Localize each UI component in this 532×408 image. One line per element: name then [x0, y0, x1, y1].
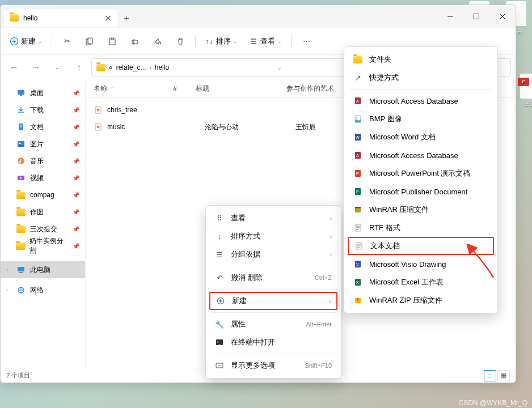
folder-icon — [353, 56, 362, 63]
undo-icon: ↶ — [215, 273, 224, 282]
new-shortcut[interactable]: ↗快捷方式 — [348, 69, 494, 87]
maximize-button[interactable] — [463, 5, 489, 28]
minimize-button[interactable] — [437, 5, 463, 28]
scissors-icon: ✂ — [62, 37, 71, 46]
chevron-right-icon: › — [330, 252, 332, 258]
up-button[interactable]: ↑ — [70, 58, 88, 76]
cut-button[interactable]: ✂ — [57, 32, 77, 50]
sidebar-item-music[interactable]: 音乐📌 — [1, 152, 85, 169]
svg-text:X: X — [356, 280, 359, 284]
download-icon — [16, 105, 26, 114]
share-icon — [153, 37, 162, 46]
tab-title: hello — [23, 14, 99, 22]
sidebar-item-desktop[interactable]: 桌面📌 — [1, 84, 85, 101]
column-title[interactable]: 标题 — [196, 84, 286, 94]
svg-text:P: P — [356, 172, 359, 176]
back-button[interactable]: ← — [5, 58, 23, 76]
recent-button[interactable]: ⌄ — [48, 58, 66, 76]
svg-rect-17 — [20, 95, 22, 96]
new-zip[interactable]: WinRAR ZIP 压缩文件 — [348, 291, 494, 309]
new-tab-button[interactable]: ＋ — [117, 9, 136, 27]
sidebar-item-cow[interactable]: 奶牛实例分割📌 — [1, 237, 85, 254]
group-icon: ☰ — [215, 250, 224, 259]
sidebar-item-videos[interactable]: 视频📌 — [1, 169, 85, 186]
new-rtf[interactable]: RTF 格式 — [348, 219, 494, 237]
sidebar-item-network[interactable]: ›网络 — [1, 282, 85, 299]
ctx-group[interactable]: ☰分组依据› — [209, 245, 337, 264]
delete-button[interactable] — [170, 32, 191, 50]
more-button[interactable]: ⋯ — [296, 32, 316, 50]
ctx-properties[interactable]: 🔧属性Alt+Enter — [209, 315, 337, 333]
new-folder[interactable]: 文件夹 — [348, 50, 494, 69]
view-toggle: ≡ ▦ — [484, 370, 510, 381]
new-button[interactable]: 新建 ⌄ — [5, 32, 47, 50]
new-text-document[interactable]: 文本文档 — [348, 237, 494, 255]
breadcrumb-item[interactable]: hello — [155, 63, 169, 71]
ctx-terminal[interactable]: ›_在终端中打开 — [209, 333, 337, 351]
ctx-more-options[interactable]: ⋯显示更多选项Shift+F10 — [209, 356, 337, 375]
chevron-right-icon: › — [329, 298, 331, 304]
sidebar-item-pictures[interactable]: 图片📌 — [1, 135, 85, 152]
caret-icon: › — [6, 287, 12, 293]
sidebar-item-downloads[interactable]: 下载📌 — [1, 101, 85, 118]
breadcrumb-item[interactable]: relate_c... — [116, 63, 146, 71]
tab-hello[interactable]: hello ✕ — [4, 9, 117, 27]
new-access[interactable]: AMicrosoft Access Database — [348, 92, 494, 110]
new-word[interactable]: WMicrosoft Word 文档 — [348, 128, 494, 146]
svg-rect-54 — [355, 207, 361, 208]
grid-view-button[interactable]: ▦ — [497, 370, 510, 381]
new-publisher[interactable]: PMicrosoft Publisher Document — [348, 182, 494, 201]
new-excel[interactable]: XMicrosoft Excel 工作表 — [348, 273, 494, 291]
sidebar-item-documents[interactable]: 文档📌 — [1, 118, 85, 135]
share-button[interactable] — [147, 32, 168, 50]
pin-icon: 📌 — [73, 209, 79, 215]
video-icon — [16, 173, 26, 182]
window-controls — [437, 5, 516, 28]
svg-rect-26 — [19, 272, 23, 273]
rename-button[interactable] — [125, 32, 145, 50]
computer-icon — [16, 265, 26, 274]
document-icon — [16, 122, 26, 131]
ctx-new[interactable]: 新建› — [209, 292, 337, 310]
ctx-undo[interactable]: ↶撤消 删除Ctrl+Z — [209, 269, 337, 287]
music-icon — [16, 156, 26, 165]
chevron-down-icon[interactable]: ⌄ — [277, 65, 282, 71]
copy-icon — [85, 37, 94, 46]
visio-icon: V — [353, 260, 362, 269]
item-count: 2 个项目 — [6, 371, 30, 380]
new-access-2[interactable]: AMicrosoft Access Database — [348, 146, 494, 164]
close-button[interactable] — [489, 5, 516, 28]
sidebar: 桌面📌 下载📌 文档📌 图片📌 音乐📌 视频📌 compag📌 作图📌 三次提交… — [1, 80, 86, 368]
forward-button[interactable]: → — [27, 58, 45, 76]
paste-button[interactable] — [102, 32, 123, 50]
svg-text:P: P — [356, 190, 359, 194]
view-button[interactable]: 查看 ⌄ — [244, 32, 286, 50]
svg-point-43 — [356, 117, 357, 118]
pin-icon: 📌 — [73, 141, 79, 147]
close-tab-button[interactable]: ✕ — [104, 13, 112, 24]
sidebar-item-this-pc[interactable]: ›此电脑 — [1, 261, 85, 278]
ctx-sort[interactable]: ↕排序方式› — [209, 227, 337, 245]
rtf-icon — [353, 223, 362, 232]
svg-point-30 — [97, 109, 100, 112]
new-rar[interactable]: WinRAR 压缩文件 — [348, 201, 494, 219]
desktop-file-3[interactable]: F主题 — [516, 74, 532, 108]
ctx-view[interactable]: ⠿查看› — [209, 209, 337, 227]
column-number[interactable]: # — [173, 85, 196, 93]
sidebar-item-compag[interactable]: compag📌 — [1, 186, 85, 203]
shortcut-icon: ↗ — [353, 73, 362, 82]
details-view-button[interactable]: ≡ — [484, 370, 496, 381]
pin-icon: 📌 — [73, 107, 79, 113]
sidebar-item-three[interactable]: 三次提交📌 — [1, 220, 85, 237]
svg-rect-1 — [474, 14, 479, 19]
pictures-icon — [16, 139, 26, 148]
sidebar-item-zuotu[interactable]: 作图📌 — [1, 203, 85, 220]
audio-file-icon — [94, 105, 103, 114]
new-bmp[interactable]: BMP 图像 — [348, 110, 494, 128]
pin-icon: 📌 — [73, 192, 79, 198]
new-powerpoint[interactable]: PMicrosoft PowerPoint 演示文稿 — [348, 164, 494, 182]
column-name[interactable]: 名称⌃ — [94, 84, 173, 94]
sort-button[interactable]: ↑↓ 排序 ⌄ — [200, 32, 242, 50]
new-visio[interactable]: VMicrosoft Visio Drawing — [348, 255, 494, 273]
copy-button[interactable] — [79, 32, 100, 50]
